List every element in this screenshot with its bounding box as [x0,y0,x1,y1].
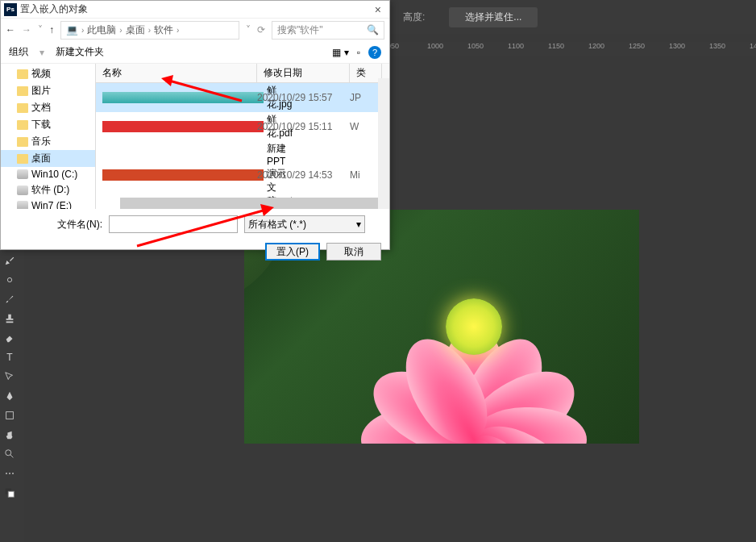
shape-tool[interactable] [0,406,19,424]
chevron-right-icon: › [119,26,122,35]
more-tool[interactable]: ⋯ [0,465,19,482]
folder-icon [17,103,28,113]
place-embedded-dialog: Ps 置入嵌入的对象 × ← → ˅ ↑ 💻 › 此电脑 › 桌面 › 软件 ›… [0,0,390,250]
recent-dropdown-icon[interactable]: ˅ [38,24,43,35]
vertical-scrollbar[interactable] [378,78,389,209]
folder-icon [17,137,28,147]
hand-tool[interactable] [0,426,19,444]
file-filter-select[interactable]: 所有格式 (*.*) ▾ [244,215,365,233]
sidebar-item[interactable]: 软件 (D:) [1,181,95,198]
back-arrow-icon[interactable]: ← [6,24,15,35]
list-header: 名称 修改日期 类 [96,64,389,83]
filename-label: 文件名(N): [57,218,102,231]
sidebar-item[interactable]: 音乐 [1,133,95,150]
folder-icon [17,86,28,96]
drive-icon [17,186,28,195]
help-icon[interactable]: ? [368,46,381,59]
forward-arrow-icon[interactable]: → [22,24,31,35]
horizontal-scrollbar[interactable] [120,198,378,209]
sidebar-item[interactable]: Win7 (E:) [1,198,95,209]
name-column[interactable]: 名称 [96,64,257,82]
stamp-tool[interactable] [0,310,19,327]
chevron-right-icon: › [148,26,151,35]
new-folder-button[interactable]: 新建文件夹 [56,45,104,59]
folder-sidebar: 视频图片文档下载音乐桌面Win10 (C:)软件 (D:)Win7 (E:) [1,64,96,209]
dialog-titlebar: Ps 置入嵌入的对象 × [1,1,389,19]
sidebar-item[interactable]: 文档 [1,99,95,116]
brush-tool[interactable] [0,290,19,308]
type-tool[interactable]: T [0,348,19,366]
folder-icon [17,69,28,79]
img-icon [102,92,264,103]
height-label: 高度: [403,10,425,24]
file-list: 名称 修改日期 类 鲜花.jpg2020/10/29 15:57JP鲜花.pdf… [96,64,389,209]
svg-point-2 [6,450,11,456]
place-button[interactable]: 置入(P) [265,243,320,261]
drive-icon [17,169,28,179]
chevron-right-icon: › [81,26,84,35]
date-column[interactable]: 修改日期 [257,64,350,82]
cancel-button[interactable]: 取消 [326,243,381,261]
svg-rect-4 [8,491,14,497]
eraser-tool[interactable] [0,329,19,347]
refresh-icon[interactable]: ⟳ [257,24,265,35]
sidebar-item[interactable]: 图片 [1,82,95,99]
sidebar-item[interactable]: 下载 [1,116,95,133]
file-row[interactable]: 鲜花.jpg2020/10/29 15:57JP [96,83,389,112]
zoom-tool[interactable] [0,445,19,463]
type-column[interactable]: 类 [350,64,382,82]
svg-rect-1 [6,412,14,419]
preview-pane-icon[interactable]: ▫ [357,47,360,58]
folder-icon [17,154,28,164]
chevron-down-icon[interactable]: ˅ [246,24,251,35]
search-input[interactable]: 搜索"软件" 🔍 [272,21,384,40]
organize-menu[interactable]: 组织 [9,45,28,59]
breadcrumb-item[interactable]: 桌面 [126,23,145,37]
chevron-down-icon: ▾ [356,219,361,230]
breadcrumb-item[interactable]: 此电脑 [87,23,116,37]
breadcrumb-item[interactable]: 软件 [154,23,173,37]
dialog-toolbar: 组织 ▾ 新建文件夹 ▦ ▾ ▫ ? [1,41,389,64]
dialog-nav: ← → ˅ ↑ 💻 › 此电脑 › 桌面 › 软件 › ˅ ⟳ 搜索"软件" 🔍 [1,19,389,41]
annotation-dot [165,79,168,82]
ps-toolbar: T ⋯ [0,250,19,503]
svg-point-0 [7,277,11,281]
pen-tool[interactable] [0,387,19,405]
healing-tool[interactable] [0,271,19,289]
sidebar-item[interactable]: 桌面 [1,150,95,167]
file-row[interactable]: 鲜花.pdf2020/10/29 15:11W [96,112,389,141]
filename-input[interactable] [109,215,238,233]
select-mask-button[interactable]: 选择并遮住... [449,7,538,27]
chevron-right-icon: › [177,26,179,35]
ps-icon: Ps [4,3,17,16]
photoshop-app: 高度: 选择并遮住... 500550600650700750800850900… [0,0,756,542]
up-arrow-icon[interactable]: ↑ [49,24,54,35]
breadcrumb[interactable]: 💻 › 此电脑 › 桌面 › 软件 › [60,21,239,40]
dialog-bottom: 文件名(N): 所有格式 (*.*) ▾ [1,209,389,240]
sidebar-item[interactable]: 视频 [1,65,95,82]
drive-icon [17,201,28,209]
fg-bg-color[interactable] [0,484,19,502]
view-mode-icon[interactable]: ▦ ▾ [332,47,348,58]
close-icon[interactable]: × [370,3,386,16]
pdf-icon [102,121,264,132]
ppt-icon [102,169,264,181]
search-icon: 🔍 [367,24,379,35]
sidebar-item[interactable]: Win10 (C:) [1,167,95,181]
dialog-title: 置入嵌入的对象 [20,2,88,16]
path-tool[interactable] [0,368,19,386]
folder-icon [17,120,28,130]
pc-icon: 💻 [66,24,78,35]
